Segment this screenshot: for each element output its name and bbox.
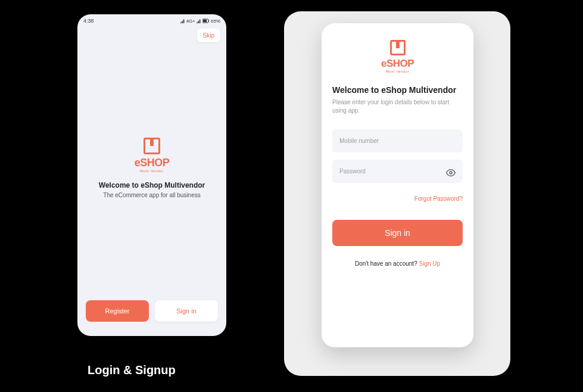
network-label: 4G+: [186, 18, 195, 24]
status-right: 4G+ 65%: [180, 18, 220, 24]
forgot-password-link[interactable]: Forgot Password?: [414, 195, 463, 202]
signin-submit-button[interactable]: Sign in: [332, 220, 463, 246]
mobile-number-field[interactable]: [332, 129, 463, 153]
login-phone-mockup: eSHOP Multi Vendor Welcome to eShop Mult…: [322, 23, 473, 347]
signup-link[interactable]: Sign Up: [419, 260, 440, 267]
signup-prompt-text: Don't have an account?: [355, 260, 419, 267]
welcome-phone-mockup: 4:38 4G+ 65% Skip eSHOP Multi Vendor Wel…: [77, 14, 226, 336]
eye-icon[interactable]: [446, 168, 456, 180]
eshop-logo: eSHOP Multi Vendor: [135, 138, 170, 173]
battery-percent: 65%: [211, 18, 220, 24]
password-field[interactable]: [332, 160, 463, 183]
login-title: Welcome to eShop Multivendor: [332, 85, 463, 95]
welcome-subtitle: The eCommerce app for all business: [103, 192, 200, 198]
status-bar: 4:38 4G+ 65%: [77, 14, 226, 25]
svg-rect-2: [208, 20, 209, 21]
logo-tagline: Multi Vendor: [140, 169, 163, 173]
signal-icon: [180, 18, 185, 23]
welcome-title: Welcome to eShop Multivendor: [99, 181, 205, 189]
logo-tagline: Multi Vendor: [386, 70, 409, 73]
svg-rect-1: [203, 20, 207, 22]
battery-icon: [202, 18, 210, 23]
skip-button[interactable]: Skip: [197, 29, 220, 42]
logo-text: eSHOP: [381, 58, 414, 70]
logo-mark-icon: [144, 138, 160, 154]
signup-prompt: Don't have an account? Sign Up: [332, 260, 463, 267]
section-caption: Login & Signup: [88, 363, 176, 377]
login-subtitle: Please enter your login details below to…: [332, 98, 463, 115]
logo-text: eSHOP: [135, 157, 170, 169]
eshop-logo: eSHOP Multi Vendor: [332, 40, 463, 73]
signin-button[interactable]: Sign in: [155, 300, 218, 322]
status-time: 4:38: [83, 18, 94, 24]
svg-point-3: [450, 172, 452, 174]
register-button[interactable]: Register: [86, 300, 149, 322]
wifi-icon: [197, 18, 201, 23]
logo-mark-icon: [390, 40, 406, 55]
